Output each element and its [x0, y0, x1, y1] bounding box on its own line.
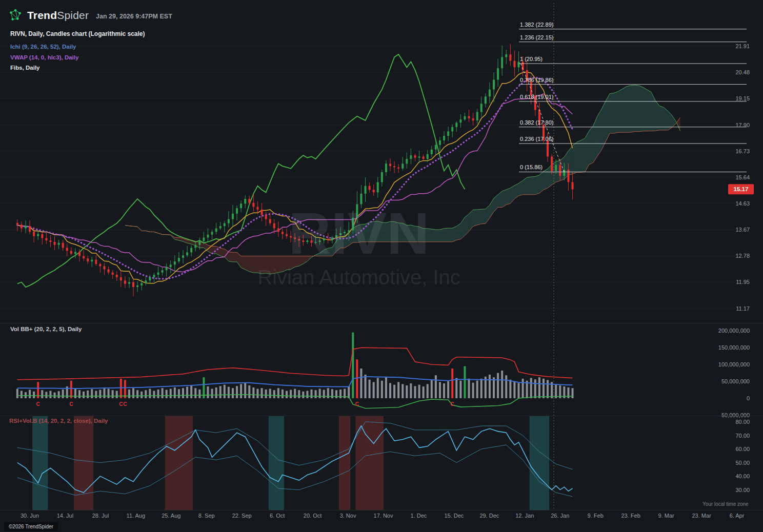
- svg-text:15.17: 15.17: [734, 186, 749, 192]
- volume-c-markers: CCCCCC: [36, 401, 454, 407]
- brand-light: Spider: [57, 9, 89, 21]
- ichimoku-cloud: [125, 85, 680, 274]
- price-axis-label: 19.15: [735, 95, 750, 101]
- brand-bold: Trend: [27, 9, 57, 21]
- price-axis-label: 20.48: [735, 69, 750, 75]
- indicator-label-vwap[interactable]: VWAP (14, 0, hlc3), Daily: [10, 54, 78, 60]
- date-axis-label: 6. Oct: [270, 513, 285, 519]
- rsi-axis-label: 80.00: [735, 419, 750, 425]
- fib-label: 0.382 (17.80): [520, 119, 553, 126]
- date-axis[interactable]: 30. Jun14. Jul28. Jul11. Aug25. Aug8. Se…: [21, 513, 745, 519]
- date-axis-label: 3. Nov: [340, 513, 356, 519]
- date-axis-label: 9. Mar: [658, 513, 675, 519]
- c-marker: C: [36, 401, 40, 407]
- c-marker: C: [69, 401, 73, 407]
- price-axis-label: 11.17: [736, 305, 750, 312]
- rsi-panel-title[interactable]: RSI+Vol.B (14, 20, 2, 2, close), Daily: [9, 418, 108, 424]
- date-axis-label: 29. Dec: [479, 513, 499, 519]
- c-marker: C: [123, 401, 127, 407]
- date-axis-label: 20. Oct: [304, 513, 322, 519]
- date-axis-label: 1. Dec: [411, 513, 427, 519]
- volume-axis[interactable]: 200,000,000150,000,000100,000,00050,000,…: [718, 328, 750, 418]
- date-axis-label: 23. Feb: [621, 513, 640, 519]
- date-axis-label: 25. Aug: [162, 513, 180, 519]
- timezone-note[interactable]: Your local time zone: [700, 501, 751, 507]
- price-axis-label: 14.63: [735, 200, 750, 207]
- trendspider-app: RIVN Rivian Automotive, Inc 1.382 (22.89…: [0, 0, 763, 532]
- copyright-label: ©2026 TrendSpider: [4, 522, 58, 531]
- date-axis-label: 8. Sep: [198, 513, 215, 519]
- fib-label: 1.236 (22.15): [520, 34, 553, 40]
- brand-wordmark[interactable]: TrendSpider: [27, 9, 89, 22]
- price-chart-canvas[interactable]: 1.382 (22.89)1.236 (22.15)1 (20.95)0.786…: [0, 0, 763, 532]
- trendspider-logo-icon[interactable]: [8, 8, 23, 23]
- volume-axis-label: 150,000,000: [718, 344, 750, 351]
- indicator-label-fibs[interactable]: Fibs, Daily: [10, 65, 40, 71]
- date-axis-label: 22. Sep: [232, 513, 252, 519]
- fib-label: 1.382 (22.89): [520, 22, 553, 28]
- fib-label: 0.786 (19.86): [520, 77, 553, 83]
- volume-panel-title[interactable]: Vol BB+ (20, 2, 2, 5), Daily: [10, 326, 82, 332]
- date-axis-label: 30. Jun: [21, 513, 39, 519]
- date-axis-label: 6. Apr: [730, 513, 745, 519]
- price-axis[interactable]: 21.9120.4819.1517.9016.7315.6414.6313.67…: [735, 43, 750, 312]
- fib-label: 0 (15.86): [520, 164, 543, 170]
- price-axis-label: 16.73: [735, 148, 750, 154]
- c-marker: C: [451, 401, 454, 407]
- fib-label: 0.618 (19.01): [520, 94, 553, 100]
- volume-axis-label: 100,000,000: [718, 361, 750, 367]
- chart-timestamp: Jan 29, 2026 9:47PM EST: [96, 11, 172, 20]
- rsi-axis-label: 50.00: [735, 460, 750, 466]
- chart-title: RIVN, Daily, Candles chart (Logarithmic …: [10, 30, 145, 37]
- price-axis-label: 13.67: [735, 227, 750, 233]
- rsi-axis-label: 40.00: [735, 473, 750, 479]
- date-axis-label: 23. Mar: [692, 513, 711, 519]
- volume-axis-label: 0: [747, 395, 750, 401]
- price-axis-label: 12.78: [735, 253, 750, 259]
- rsi-lines: [17, 422, 573, 497]
- c-marker: C: [119, 401, 123, 407]
- date-axis-label: 26. Jan: [551, 513, 569, 519]
- volume-axis-label: -50,000,000: [719, 412, 750, 418]
- price-axis-label: 11.95: [736, 279, 750, 285]
- current-price-badge: 15.17: [728, 184, 754, 194]
- rsi-axis-label: 30.00: [735, 487, 750, 493]
- fib-label: 0.236 (17.06): [520, 136, 553, 142]
- tenkan-line: [17, 72, 573, 283]
- date-axis-label: 14. Jul: [57, 513, 73, 519]
- date-axis-label: 12. Jan: [515, 513, 534, 519]
- fib-label: 1 (20.95): [520, 56, 543, 62]
- indicator-label-ichimoku[interactable]: Ichi (9, 26, 26, 52), Daily: [10, 44, 76, 50]
- price-axis-label: 15.64: [735, 174, 750, 180]
- date-axis-label: 28. Jul: [92, 513, 109, 519]
- rsi-axis[interactable]: 80.0070.0060.0050.0040.0030.0020.00: [735, 419, 750, 506]
- chikou-span-line: [17, 54, 465, 287]
- date-axis-label: 15. Dec: [444, 513, 464, 519]
- app-header: TrendSpider Jan 29, 2026 9:47PM EST: [8, 8, 172, 23]
- volume-axis-label: 200,000,000: [718, 328, 750, 334]
- date-axis-label: 9. Feb: [588, 513, 604, 519]
- rsi-axis-label: 60.00: [735, 446, 750, 452]
- c-marker: C: [355, 401, 359, 407]
- volume-axis-label: 50,000,000: [721, 378, 750, 384]
- date-axis-label: 17. Nov: [374, 513, 393, 519]
- date-axis-label: 11. Aug: [127, 513, 146, 519]
- rsi-axis-label: 70.00: [735, 433, 750, 439]
- price-axis-label: 17.90: [735, 122, 750, 128]
- price-axis-label: 21.91: [735, 43, 750, 49]
